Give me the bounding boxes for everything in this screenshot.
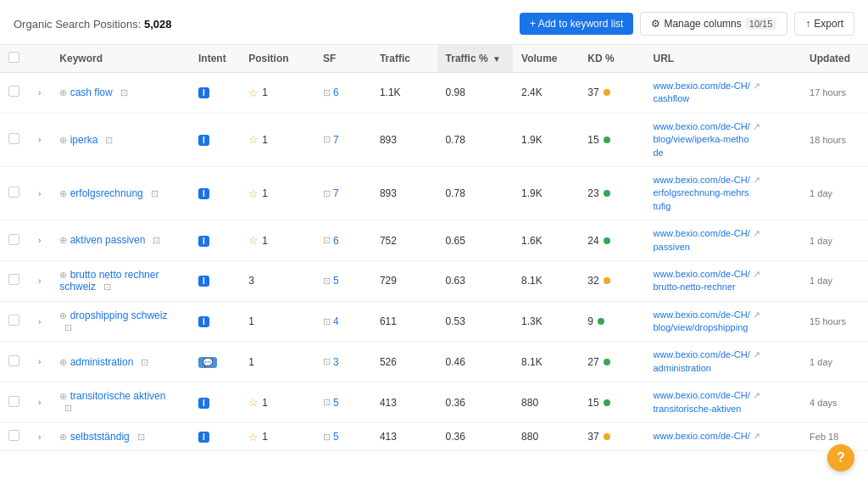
url-path[interactable]: erfolgsrechnung-mehrs bbox=[653, 187, 748, 198]
sf-value[interactable]: 4 bbox=[333, 315, 339, 327]
page-icon: ⊡ bbox=[62, 403, 74, 415]
add-circle-icon: ⊕ bbox=[59, 135, 67, 145]
page-icon: ⊡ bbox=[323, 397, 331, 408]
kd-cell: 15 bbox=[587, 397, 636, 409]
sf-value[interactable]: 3 bbox=[333, 356, 339, 368]
keyword-text[interactable]: ⊕ dropshipping schweiz bbox=[59, 309, 167, 321]
keyword-text[interactable]: ⊕ iperka bbox=[59, 134, 100, 146]
keyword-text[interactable]: ⊕ transitorische aktiven bbox=[59, 390, 165, 402]
row-checkbox[interactable] bbox=[8, 234, 19, 245]
sf-value[interactable]: 7 bbox=[333, 134, 339, 146]
expand-button[interactable]: › bbox=[36, 431, 42, 443]
row-checkbox[interactable] bbox=[8, 274, 19, 285]
sf-cell: ⊡ 5 bbox=[323, 431, 363, 443]
position-value: 1 bbox=[248, 315, 254, 327]
star-icon: ☆ bbox=[248, 431, 259, 443]
url-link[interactable]: www.bexio.com/de-CH/ ↗ bbox=[653, 121, 760, 131]
add-keyword-button[interactable]: + Add to keyword list bbox=[520, 13, 633, 35]
row-checkbox[interactable] bbox=[8, 86, 19, 97]
expand-button[interactable]: › bbox=[36, 275, 42, 287]
export-button[interactable]: ↑ Export bbox=[794, 12, 854, 36]
row-checkbox[interactable] bbox=[8, 430, 19, 441]
expand-button[interactable]: › bbox=[36, 187, 42, 200]
header-trafficpct[interactable]: Traffic % ▼ bbox=[437, 45, 514, 73]
kd-value: 32 bbox=[587, 275, 598, 287]
add-circle-icon: ⊕ bbox=[59, 270, 67, 280]
external-link-icon: ↗ bbox=[753, 309, 760, 320]
add-circle-icon: ⊕ bbox=[59, 357, 67, 367]
kd-dot bbox=[604, 137, 610, 143]
row-checkbox[interactable] bbox=[8, 315, 19, 326]
url-link[interactable]: www.bexio.com/de-CH/ ↗ bbox=[653, 309, 760, 320]
url-link[interactable]: www.bexio.com/de-CH/ ↗ bbox=[653, 228, 760, 238]
page-icon: ⊡ bbox=[323, 432, 331, 443]
url-path[interactable]: brutto-netto-rechner bbox=[653, 282, 735, 292]
page-icon: ⊡ bbox=[62, 321, 74, 333]
position-value: 1 bbox=[248, 356, 254, 368]
sf-value[interactable]: 7 bbox=[333, 187, 339, 199]
sf-cell: ⊡ 7 bbox=[323, 187, 363, 199]
position-cell: ☆ 1 bbox=[248, 431, 306, 443]
keyword-text[interactable]: ⊕ erfolgsrechnung bbox=[59, 187, 146, 199]
row-checkbox[interactable] bbox=[8, 133, 19, 144]
row-checkbox[interactable] bbox=[8, 355, 19, 366]
kd-value: 15 bbox=[587, 397, 598, 409]
sf-value[interactable]: 6 bbox=[333, 235, 339, 247]
sf-value[interactable]: 5 bbox=[333, 431, 339, 443]
select-all-checkbox[interactable] bbox=[8, 52, 19, 63]
position-value: 3 bbox=[248, 275, 254, 287]
keyword-text[interactable]: ⊕ selbstständig bbox=[59, 431, 132, 443]
keyword-text[interactable]: ⊕ administration bbox=[59, 356, 136, 368]
expand-button[interactable]: › bbox=[36, 315, 42, 328]
url-path[interactable]: de bbox=[653, 148, 663, 158]
page-icon: ⊡ bbox=[323, 134, 331, 145]
help-button[interactable]: ? bbox=[827, 444, 854, 471]
expand-button[interactable]: › bbox=[36, 396, 42, 409]
url-path[interactable]: transitorische-aktiven bbox=[653, 404, 741, 414]
url-path[interactable]: passiven bbox=[653, 242, 689, 252]
url-link[interactable]: www.bexio.com/de-CH/ ↗ bbox=[653, 175, 760, 185]
trafficpct-value: 0.36 bbox=[437, 423, 514, 451]
url-path[interactable]: blog/view/iperka-metho bbox=[653, 134, 748, 144]
url-link[interactable]: www.bexio.com/de-CH/ ↗ bbox=[653, 269, 760, 279]
table-row: › ⊕ erfolgsrechnung ⊡ I☆ 1⊡ 78930.781.9K… bbox=[0, 166, 868, 220]
expand-button[interactable]: › bbox=[36, 86, 42, 99]
sf-value[interactable]: 5 bbox=[333, 397, 339, 409]
manage-columns-button[interactable]: ⚙ Manage columns 10/15 bbox=[640, 12, 787, 36]
url-link[interactable]: www.bexio.com/de-CH/ ↗ bbox=[653, 81, 760, 91]
star-icon: ☆ bbox=[248, 187, 259, 200]
keyword-text[interactable]: ⊕ cash flow bbox=[59, 86, 115, 98]
kd-dot bbox=[604, 399, 610, 406]
row-checkbox[interactable] bbox=[8, 396, 19, 407]
keyword-text[interactable]: ⊕ aktiven passiven bbox=[59, 234, 147, 246]
traffic-value: 611 bbox=[371, 301, 437, 342]
url-path[interactable]: tufig bbox=[653, 201, 670, 211]
keyword-icons: ⊡ bbox=[62, 321, 74, 333]
expand-button[interactable]: › bbox=[36, 133, 42, 146]
traffic-value: 752 bbox=[371, 220, 437, 261]
expand-button[interactable]: › bbox=[36, 355, 42, 368]
intent-badge: I bbox=[198, 316, 209, 327]
url-path[interactable]: blog/view/dropshipping bbox=[653, 322, 748, 332]
url-link[interactable]: www.bexio.com/de-CH/ ↗ bbox=[653, 431, 760, 441]
volume-value: 1.3K bbox=[513, 301, 579, 342]
url-link[interactable]: www.bexio.com/de-CH/ ↗ bbox=[653, 390, 760, 400]
position-cell: 1 bbox=[248, 356, 306, 368]
row-checkbox[interactable] bbox=[8, 187, 19, 198]
sf-value[interactable]: 5 bbox=[333, 275, 339, 287]
sf-value[interactable]: 6 bbox=[333, 86, 339, 98]
url-path[interactable]: administration bbox=[653, 363, 710, 373]
sf-cell: ⊡ 7 bbox=[323, 134, 363, 146]
kd-value: 24 bbox=[587, 235, 598, 247]
table-row: › ⊕ administration ⊡ 💬1⊡ 35260.468.1K27 … bbox=[0, 342, 868, 382]
url-path[interactable]: cashflow bbox=[653, 93, 689, 103]
url-link[interactable]: www.bexio.com/de-CH/ ↗ bbox=[653, 349, 760, 360]
expand-button[interactable]: › bbox=[36, 234, 42, 247]
position-value: 1 bbox=[262, 397, 268, 409]
kd-dot bbox=[604, 277, 610, 284]
trafficpct-value: 0.65 bbox=[437, 220, 514, 261]
traffic-value: 893 bbox=[371, 166, 437, 220]
export-icon: ↑ bbox=[805, 18, 810, 30]
traffic-value: 1.1K bbox=[371, 73, 437, 114]
kd-dot bbox=[604, 359, 610, 365]
